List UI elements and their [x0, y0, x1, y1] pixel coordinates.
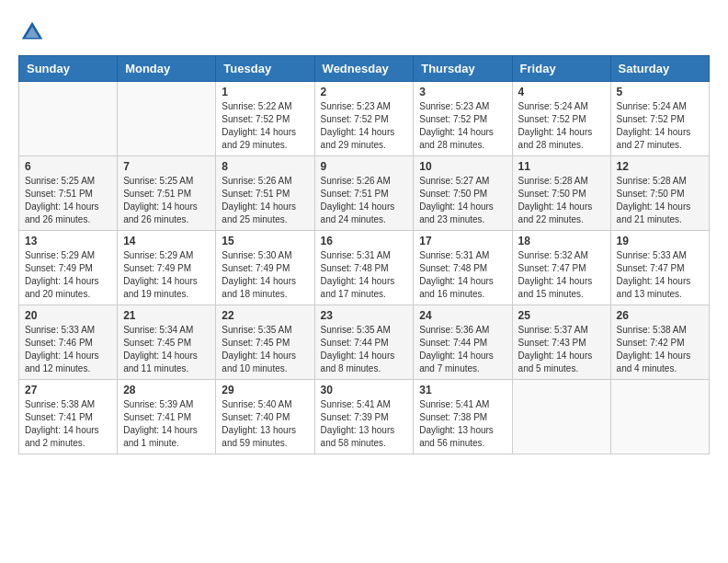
day-info: Sunrise: 5:27 AM Sunset: 7:50 PM Dayligh… — [419, 175, 506, 226]
weekday-header-row: SundayMondayTuesdayWednesdayThursdayFrid… — [19, 56, 710, 82]
calendar-cell: 20Sunrise: 5:33 AM Sunset: 7:46 PM Dayli… — [19, 305, 118, 380]
day-number: 13 — [25, 235, 111, 247]
day-number: 16 — [321, 235, 408, 247]
calendar-cell: 8Sunrise: 5:26 AM Sunset: 7:51 PM Daylig… — [216, 156, 314, 231]
day-info: Sunrise: 5:22 AM Sunset: 7:52 PM Dayligh… — [222, 100, 308, 152]
day-info: Sunrise: 5:24 AM Sunset: 7:52 PM Dayligh… — [617, 100, 703, 152]
calendar-cell: 4Sunrise: 5:24 AM Sunset: 7:52 PM Daylig… — [512, 82, 610, 156]
weekday-header-monday: Monday — [118, 56, 216, 82]
day-number: 12 — [617, 160, 703, 173]
day-number: 15 — [222, 235, 308, 247]
calendar-cell: 18Sunrise: 5:32 AM Sunset: 7:47 PM Dayli… — [512, 231, 610, 305]
calendar-week-row: 6Sunrise: 5:25 AM Sunset: 7:51 PM Daylig… — [19, 156, 710, 231]
calendar-cell: 17Sunrise: 5:31 AM Sunset: 7:48 PM Dayli… — [414, 231, 512, 305]
day-number: 9 — [321, 160, 408, 173]
calendar-cell: 15Sunrise: 5:30 AM Sunset: 7:49 PM Dayli… — [216, 231, 314, 305]
day-info: Sunrise: 5:25 AM Sunset: 7:51 PM Dayligh… — [123, 175, 210, 226]
calendar-cell: 6Sunrise: 5:25 AM Sunset: 7:51 PM Daylig… — [19, 156, 118, 231]
calendar-cell: 21Sunrise: 5:34 AM Sunset: 7:45 PM Dayli… — [118, 305, 216, 380]
day-info: Sunrise: 5:23 AM Sunset: 7:52 PM Dayligh… — [419, 100, 506, 152]
day-number: 20 — [25, 309, 111, 322]
day-number: 17 — [419, 235, 506, 247]
day-info: Sunrise: 5:38 AM Sunset: 7:41 PM Dayligh… — [25, 398, 111, 450]
day-info: Sunrise: 5:31 AM Sunset: 7:48 PM Dayligh… — [321, 249, 408, 301]
calendar-week-row: 13Sunrise: 5:29 AM Sunset: 7:49 PM Dayli… — [19, 231, 710, 305]
day-number: 23 — [321, 309, 408, 322]
calendar-cell — [610, 380, 709, 454]
day-info: Sunrise: 5:23 AM Sunset: 7:52 PM Dayligh… — [321, 100, 408, 152]
day-info: Sunrise: 5:31 AM Sunset: 7:48 PM Dayligh… — [419, 249, 506, 301]
day-number: 18 — [518, 235, 605, 247]
day-info: Sunrise: 5:24 AM Sunset: 7:52 PM Dayligh… — [518, 100, 605, 152]
weekday-header-thursday: Thursday — [414, 56, 512, 82]
calendar-cell: 7Sunrise: 5:25 AM Sunset: 7:51 PM Daylig… — [118, 156, 216, 231]
calendar-week-row: 20Sunrise: 5:33 AM Sunset: 7:46 PM Dayli… — [19, 305, 710, 380]
calendar-cell: 29Sunrise: 5:40 AM Sunset: 7:40 PM Dayli… — [216, 380, 314, 454]
day-number: 3 — [419, 86, 506, 98]
day-number: 14 — [123, 235, 210, 247]
calendar-cell: 25Sunrise: 5:37 AM Sunset: 7:43 PM Dayli… — [512, 305, 610, 380]
calendar-cell: 30Sunrise: 5:41 AM Sunset: 7:39 PM Dayli… — [314, 380, 414, 454]
day-number: 7 — [123, 160, 210, 173]
calendar-cell: 11Sunrise: 5:28 AM Sunset: 7:50 PM Dayli… — [512, 156, 610, 231]
day-info: Sunrise: 5:26 AM Sunset: 7:51 PM Dayligh… — [321, 175, 408, 226]
day-info: Sunrise: 5:36 AM Sunset: 7:44 PM Dayligh… — [419, 324, 506, 375]
day-number: 31 — [419, 384, 506, 396]
calendar-cell: 26Sunrise: 5:38 AM Sunset: 7:42 PM Dayli… — [610, 305, 709, 380]
calendar-cell: 3Sunrise: 5:23 AM Sunset: 7:52 PM Daylig… — [414, 82, 512, 156]
weekday-header-friday: Friday — [512, 56, 610, 82]
calendar-week-row: 27Sunrise: 5:38 AM Sunset: 7:41 PM Dayli… — [19, 380, 710, 454]
day-info: Sunrise: 5:34 AM Sunset: 7:45 PM Dayligh… — [123, 324, 210, 375]
day-info: Sunrise: 5:37 AM Sunset: 7:43 PM Dayligh… — [518, 324, 605, 375]
day-info: Sunrise: 5:30 AM Sunset: 7:49 PM Dayligh… — [222, 249, 308, 301]
day-number: 4 — [518, 86, 605, 98]
calendar-cell: 14Sunrise: 5:29 AM Sunset: 7:49 PM Dayli… — [118, 231, 216, 305]
day-info: Sunrise: 5:35 AM Sunset: 7:44 PM Dayligh… — [321, 324, 408, 375]
calendar-cell: 12Sunrise: 5:28 AM Sunset: 7:50 PM Dayli… — [610, 156, 709, 231]
day-number: 1 — [222, 86, 308, 98]
logo-icon — [18, 18, 46, 46]
day-number: 2 — [321, 86, 408, 98]
day-info: Sunrise: 5:25 AM Sunset: 7:51 PM Dayligh… — [25, 175, 111, 226]
day-number: 21 — [123, 309, 210, 322]
day-number: 22 — [222, 309, 308, 322]
logo — [18, 18, 50, 46]
day-number: 25 — [518, 309, 605, 322]
calendar-cell: 5Sunrise: 5:24 AM Sunset: 7:52 PM Daylig… — [610, 82, 709, 156]
day-info: Sunrise: 5:29 AM Sunset: 7:49 PM Dayligh… — [123, 249, 210, 301]
day-number: 10 — [419, 160, 506, 173]
day-info: Sunrise: 5:28 AM Sunset: 7:50 PM Dayligh… — [617, 175, 703, 226]
calendar-cell: 22Sunrise: 5:35 AM Sunset: 7:45 PM Dayli… — [216, 305, 314, 380]
day-number: 30 — [321, 384, 408, 396]
day-info: Sunrise: 5:41 AM Sunset: 7:39 PM Dayligh… — [321, 398, 408, 450]
calendar-cell — [19, 82, 118, 156]
day-info: Sunrise: 5:32 AM Sunset: 7:47 PM Dayligh… — [518, 249, 605, 301]
day-info: Sunrise: 5:39 AM Sunset: 7:41 PM Dayligh… — [123, 398, 210, 450]
calendar-cell — [512, 380, 610, 454]
day-number: 11 — [518, 160, 605, 173]
weekday-header-saturday: Saturday — [610, 56, 709, 82]
day-info: Sunrise: 5:29 AM Sunset: 7:49 PM Dayligh… — [25, 249, 111, 301]
day-info: Sunrise: 5:40 AM Sunset: 7:40 PM Dayligh… — [222, 398, 308, 450]
calendar-cell: 10Sunrise: 5:27 AM Sunset: 7:50 PM Dayli… — [414, 156, 512, 231]
day-info: Sunrise: 5:38 AM Sunset: 7:42 PM Dayligh… — [617, 324, 703, 375]
day-info: Sunrise: 5:33 AM Sunset: 7:47 PM Dayligh… — [617, 249, 703, 301]
day-info: Sunrise: 5:33 AM Sunset: 7:46 PM Dayligh… — [25, 324, 111, 375]
day-number: 6 — [25, 160, 111, 173]
day-number: 24 — [419, 309, 506, 322]
weekday-header-tuesday: Tuesday — [216, 56, 314, 82]
calendar-cell: 13Sunrise: 5:29 AM Sunset: 7:49 PM Dayli… — [19, 231, 118, 305]
day-number: 8 — [222, 160, 308, 173]
calendar-cell: 9Sunrise: 5:26 AM Sunset: 7:51 PM Daylig… — [314, 156, 414, 231]
day-number: 26 — [617, 309, 703, 322]
weekday-header-wednesday: Wednesday — [314, 56, 414, 82]
calendar-cell: 28Sunrise: 5:39 AM Sunset: 7:41 PM Dayli… — [118, 380, 216, 454]
day-info: Sunrise: 5:28 AM Sunset: 7:50 PM Dayligh… — [518, 175, 605, 226]
calendar-table: SundayMondayTuesdayWednesdayThursdayFrid… — [18, 55, 710, 454]
calendar-cell: 2Sunrise: 5:23 AM Sunset: 7:52 PM Daylig… — [314, 82, 414, 156]
day-number: 28 — [123, 384, 210, 396]
calendar-cell: 1Sunrise: 5:22 AM Sunset: 7:52 PM Daylig… — [216, 82, 314, 156]
day-number: 29 — [222, 384, 308, 396]
calendar-cell: 24Sunrise: 5:36 AM Sunset: 7:44 PM Dayli… — [414, 305, 512, 380]
calendar-cell: 31Sunrise: 5:41 AM Sunset: 7:38 PM Dayli… — [414, 380, 512, 454]
